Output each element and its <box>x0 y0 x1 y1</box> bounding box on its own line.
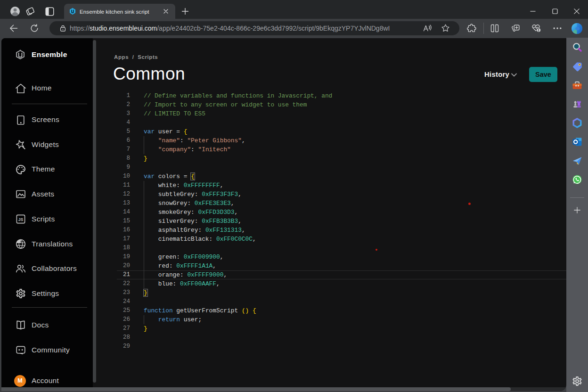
svg-text:JS: JS <box>18 217 24 222</box>
